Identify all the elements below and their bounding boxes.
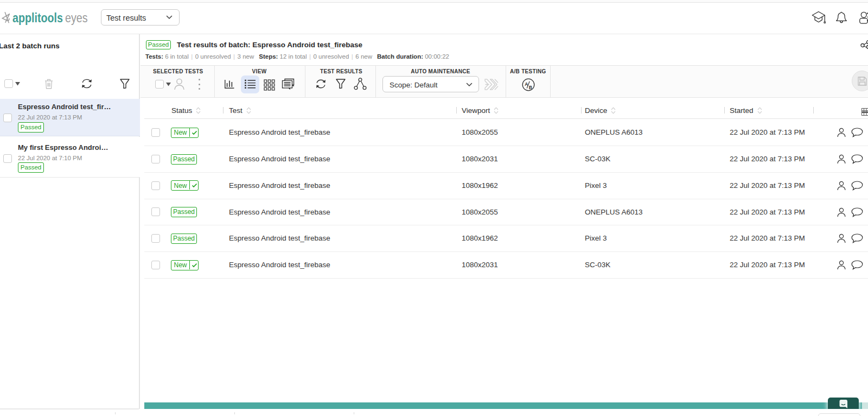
svg-text:B: B (529, 84, 532, 90)
